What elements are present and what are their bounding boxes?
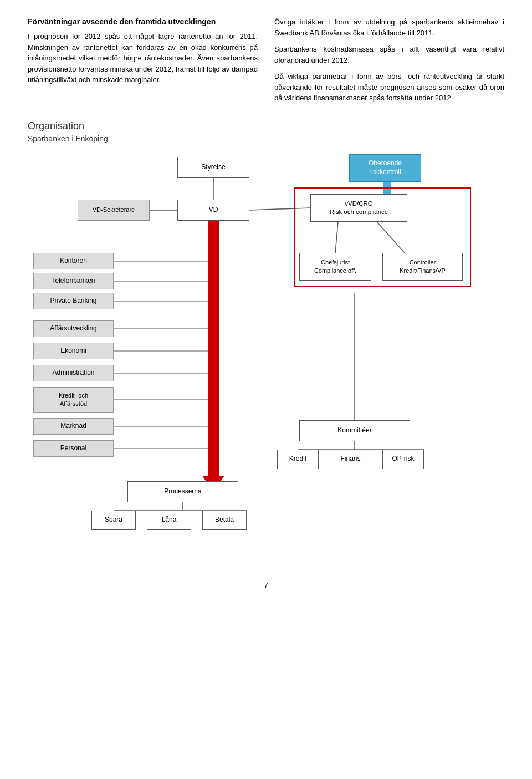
right-para2: Sparbankens kostnadsmassa spås i allt vä…	[274, 44, 504, 65]
box-kontoren: Kontoren	[33, 253, 114, 269]
svg-marker-2	[208, 221, 219, 487]
box-chefsjurist: Chefsjurist Compliance off.	[299, 253, 371, 281]
box-finans: Finans	[330, 450, 371, 469]
box-lana: Låna	[147, 511, 191, 530]
right-column: Övriga intäkter i form av utdelning på s…	[274, 17, 504, 109]
box-privatebanking: Private Banking	[33, 293, 114, 309]
box-spara: Spara	[91, 511, 136, 530]
box-affärsutveckling: Affärsutveckling	[33, 320, 114, 337]
org-title: Organisation	[28, 120, 504, 132]
page-number: 7	[28, 581, 504, 589]
box-vd: VD	[177, 200, 249, 221]
box-vdsekreterare: VD-Sekreterare	[78, 200, 150, 221]
right-para1: Övriga intäkter i form av utdelning på s…	[274, 17, 504, 38]
box-styrelse: Styrelse	[177, 157, 249, 178]
left-para1: I prognosen för 2012 spås ett något lägr…	[28, 31, 258, 85]
box-processerna: Processerna	[127, 481, 238, 502]
box-controller: Controller Kredit/Finans/VP	[382, 253, 463, 281]
svg-rect-3	[208, 221, 219, 476]
box-ekonomi: Ekonomi	[33, 343, 114, 359]
right-para3: Då viktiga parametrar i form av börs- oc…	[274, 71, 504, 104]
box-oprisk: OP-risk	[382, 450, 424, 469]
org-diagram: Styrelse Oberoende riskkontroll VD VD-Se…	[28, 154, 504, 570]
heading: Förväntningar avseende den framtida utve…	[28, 17, 258, 27]
org-section: Organisation Sparbanken i Enköping	[28, 120, 504, 570]
box-marknad: Marknad	[33, 418, 114, 435]
box-kreditoch: Kredit- och Affärsstöd	[33, 387, 114, 413]
box-betala: Betala	[202, 511, 247, 530]
box-telefonbanken: Telefonbanken	[33, 273, 114, 289]
two-column-section: Förväntningar avseende den framtida utve…	[28, 17, 504, 109]
page: Förväntningar avseende den framtida utve…	[0, 0, 532, 779]
box-personal: Personal	[33, 440, 114, 457]
box-kredit: Kredit	[277, 450, 319, 469]
left-column: Förväntningar avseende den framtida utve…	[28, 17, 258, 109]
box-vvd: vVD/CRO Risk och compliance	[310, 194, 407, 222]
box-oberoende: Oberoende riskkontroll	[349, 154, 421, 182]
box-kommitteer: Kommittéer	[299, 420, 410, 441]
box-administration: Administration	[33, 365, 114, 381]
org-subtitle: Sparbanken i Enköping	[28, 134, 504, 143]
